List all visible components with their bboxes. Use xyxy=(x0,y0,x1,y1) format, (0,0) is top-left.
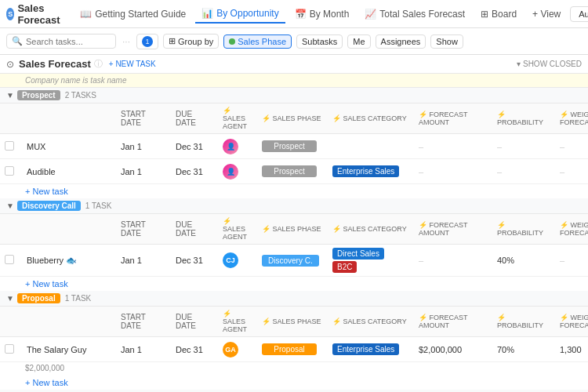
tab-by-month[interactable]: 📅 By Month xyxy=(289,5,356,23)
tab-label: + View xyxy=(532,9,561,20)
tab-board[interactable]: ⊞ Board xyxy=(474,5,523,23)
show-button[interactable]: Show xyxy=(430,34,463,49)
task-category xyxy=(328,143,414,150)
page-title: Sales Forecast xyxy=(19,58,91,70)
section-discovery: ▼ Discovery Call 1 TASK START DATE DUE D… xyxy=(0,198,588,291)
add-task-discovery[interactable]: + New task xyxy=(0,277,588,291)
phase-badge: Discovery C. xyxy=(262,255,319,267)
task-name: Blueberry 🐟 xyxy=(27,256,77,265)
task-category: Direct SalesB2C xyxy=(332,248,409,273)
add-task-proposal[interactable]: + New task xyxy=(0,376,588,390)
task-forecast: – xyxy=(414,139,492,154)
page-header-row: ⊙ Sales Forecast ⓘ + NEW TASK ▾ SHOW CLO… xyxy=(0,55,588,74)
me-button[interactable]: Me xyxy=(347,34,370,49)
subtasks-label: Subtasks xyxy=(302,37,337,46)
sales-phase-filter[interactable]: Sales Phase xyxy=(223,34,292,49)
new-task-button[interactable]: + NEW TASK xyxy=(109,60,156,68)
task-prob: – xyxy=(492,139,555,154)
task-due: Dec 31 xyxy=(171,252,218,268)
tab-by-opportunity[interactable]: 📊 By Opportunity xyxy=(195,5,285,24)
col-phase: ⚡ SALES PHASE xyxy=(257,111,328,125)
col-weighted: ⚡ WEIGHTED FORECAST xyxy=(555,107,588,129)
phase-badge: Proposal xyxy=(262,343,317,355)
task-start: Jan 1 xyxy=(116,139,171,154)
task-weighted: – xyxy=(555,252,588,268)
discovery-count: 1 TASK xyxy=(85,201,112,210)
col-name xyxy=(22,115,116,122)
info-icon: ⓘ xyxy=(94,58,103,70)
section-proposal: ▼ Proposal 1 TASK START DATE DUE DATE ⚡ … xyxy=(0,291,588,390)
assignees-button[interactable]: Assignees xyxy=(376,34,426,49)
group-by-button[interactable]: ⊞ Group by xyxy=(163,34,219,49)
task-category: Enterprise Sales xyxy=(332,165,409,177)
task-due: Dec 31 xyxy=(171,139,218,154)
task-name: The Salary Guy xyxy=(27,345,86,354)
proposal-badge: Proposal xyxy=(17,293,60,303)
subtasks-button[interactable]: Subtasks xyxy=(296,34,343,49)
prospect-col-headers: START DATE DUE DATE ⚡ SALES AGENT ⚡ SALE… xyxy=(0,103,588,134)
top-nav: S Sales Forecast 📖 Getting Started Guide… xyxy=(0,0,588,28)
show-closed-button[interactable]: ▾ SHOW CLOSED xyxy=(517,60,582,68)
company-hint: Company name is task name xyxy=(0,74,588,88)
trend-icon: 📈 xyxy=(365,9,376,20)
col-category: ⚡ SALES CATEGORY xyxy=(328,111,414,125)
task-due: Dec 31 xyxy=(171,342,218,358)
search-box[interactable]: 🔍 xyxy=(6,34,116,49)
proposal-collapse[interactable]: ▼ xyxy=(6,294,14,303)
prospect-header: ▼ Prospect 2 TASKS xyxy=(0,88,588,103)
task-category: Enterprise Sales xyxy=(332,343,409,355)
phase-filter-label: Sales Phase xyxy=(238,37,286,46)
col-forecast: ⚡ FORECAST AMOUNT xyxy=(414,107,492,129)
hint-text: Company name is task name xyxy=(25,76,127,85)
task-start: Jan 1 xyxy=(116,164,171,180)
task-start: Jan 1 xyxy=(116,252,171,268)
task-forecast: – xyxy=(414,252,492,268)
prospect-badge: Prospect xyxy=(17,90,60,100)
tab-total-forecast[interactable]: 📈 Total Sales Forecast xyxy=(358,5,471,23)
tab-add-view[interactable]: + View xyxy=(526,5,567,23)
prospect-collapse[interactable]: ▼ xyxy=(6,91,14,100)
phase-indicator xyxy=(229,38,235,45)
phase-badge: Prospect xyxy=(262,140,317,152)
tab-getting-started[interactable]: 📖 Getting Started Guide xyxy=(74,5,192,23)
task-checkbox[interactable] xyxy=(5,255,14,264)
avatar: CJ xyxy=(223,252,238,268)
collapse-all-icon[interactable]: ⊙ xyxy=(6,59,14,70)
app-logo: S Sales Forecast xyxy=(6,2,64,26)
tab-label: Getting Started Guide xyxy=(95,9,186,20)
cat-badge: Direct Sales xyxy=(332,248,384,260)
task-weighted: – xyxy=(555,139,588,154)
filter-count-button[interactable]: 1 xyxy=(136,34,158,49)
col-check xyxy=(0,115,22,122)
assignees-label: Assignees xyxy=(381,37,421,46)
task-checkbox[interactable] xyxy=(5,344,14,354)
col-prob: ⚡ PROBABILITY xyxy=(492,107,555,129)
board-icon: ⊞ xyxy=(481,9,488,20)
task-prob: 70% xyxy=(492,342,555,358)
add-task-prospect[interactable]: + New task xyxy=(0,184,588,198)
task-due: Dec 31 xyxy=(171,164,218,180)
section-prospect: ▼ Prospect 2 TASKS START DATE DUE DATE ⚡… xyxy=(0,88,588,198)
tab-label: By Opportunity xyxy=(216,8,278,19)
chart-icon: 📊 xyxy=(201,8,213,19)
tab-label: Board xyxy=(492,9,517,20)
tab-label: By Month xyxy=(310,9,350,20)
task-forecast: $2,000,000 xyxy=(414,342,492,358)
proposal-col-headers: START DATE DUE DATE ⚡ SALES AGENT ⚡ SALE… xyxy=(0,307,588,337)
proposal-header: ▼ Proposal 1 TASK xyxy=(0,291,588,307)
proposal-count: 1 TASK xyxy=(65,294,92,303)
task-checkbox[interactable] xyxy=(5,166,14,176)
task-checkbox[interactable] xyxy=(5,141,14,151)
toolbar: 🔍 ··· 1 ⊞ Group by Sales Phase Subtasks … xyxy=(0,28,588,55)
me-label: Me xyxy=(353,37,365,46)
discovery-collapse[interactable]: ▼ xyxy=(6,201,14,210)
search-input[interactable] xyxy=(26,37,104,46)
app-title: Sales Forecast xyxy=(17,2,64,26)
table-row: Audible Jan 1 Dec 31 👤 Prospect Enterpri… xyxy=(0,159,588,184)
cat-badge: Enterprise Sales xyxy=(332,343,399,355)
separator: ··· xyxy=(122,36,130,47)
task-prob: – xyxy=(492,164,555,180)
group-label: Group by xyxy=(178,37,213,46)
automate-button[interactable]: Automate xyxy=(570,6,588,22)
table-row: The Salary Guy Jan 1 Dec 31 GA Proposal … xyxy=(0,337,588,362)
